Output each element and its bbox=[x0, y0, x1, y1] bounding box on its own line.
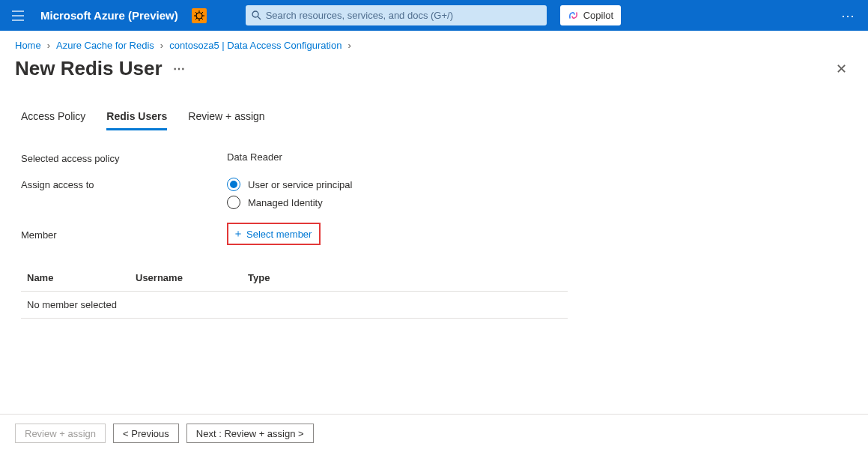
title-more-icon[interactable]: ⋯ bbox=[173, 61, 185, 76]
radio-managed-identity[interactable]: Managed Identity bbox=[227, 196, 352, 209]
col-username: Username bbox=[130, 265, 242, 292]
svg-line-10 bbox=[201, 12, 203, 13]
col-name: Name bbox=[21, 265, 130, 292]
selected-policy-label: Selected access policy bbox=[21, 151, 227, 164]
breadcrumb-item-resource[interactable]: contosoza5 | Data Access Configuration bbox=[169, 40, 342, 51]
empty-row-text: No member selected bbox=[21, 292, 568, 319]
radio-user-principal[interactable]: User or service principal bbox=[227, 178, 352, 191]
page-title: New Redis User bbox=[15, 57, 163, 80]
title-row: New Redis User ⋯ ✕ bbox=[0, 54, 868, 83]
previous-button[interactable]: < Previous bbox=[113, 424, 179, 443]
chevron-right-icon: › bbox=[347, 40, 350, 51]
selected-policy-value: Data Reader bbox=[227, 151, 282, 163]
copilot-icon bbox=[568, 10, 579, 21]
copilot-label: Copilot bbox=[583, 10, 613, 21]
tabs: Access Policy Redis Users Review + assig… bbox=[0, 83, 868, 130]
more-icon[interactable]: ⋯ bbox=[841, 9, 856, 22]
command-bar: Review + assign < Previous Next : Review… bbox=[0, 414, 868, 452]
preview-bug-icon[interactable] bbox=[192, 8, 207, 23]
copilot-button[interactable]: Copilot bbox=[560, 5, 621, 25]
breadcrumb: Home › Azure Cache for Redis › contosoza… bbox=[0, 31, 868, 54]
svg-point-12 bbox=[252, 11, 258, 17]
assign-access-label: Assign access to bbox=[21, 178, 227, 190]
tab-review-assign[interactable]: Review + assign bbox=[188, 110, 264, 130]
next-button[interactable]: Next : Review + assign > bbox=[186, 424, 314, 443]
review-assign-button[interactable]: Review + assign bbox=[15, 424, 106, 443]
search-box[interactable] bbox=[246, 5, 547, 25]
chevron-right-icon: › bbox=[160, 40, 163, 51]
member-label: Member bbox=[21, 228, 227, 241]
select-member-link[interactable]: ＋ Select member bbox=[227, 223, 321, 245]
plus-icon: ＋ bbox=[233, 227, 243, 241]
radio-icon bbox=[227, 178, 240, 191]
menu-icon[interactable] bbox=[6, 4, 30, 28]
search-input[interactable] bbox=[266, 10, 541, 21]
svg-point-3 bbox=[196, 13, 202, 19]
select-member-text: Select member bbox=[246, 229, 312, 240]
breadcrumb-item-home[interactable]: Home bbox=[15, 40, 41, 51]
svg-line-11 bbox=[195, 18, 197, 19]
azure-brand[interactable]: Microsoft Azure (Preview) bbox=[36, 9, 183, 22]
close-icon[interactable]: ✕ bbox=[836, 61, 847, 77]
top-bar: Microsoft Azure (Preview) Copilot ⋯ bbox=[0, 0, 868, 31]
search-icon bbox=[252, 10, 261, 20]
col-type: Type bbox=[242, 265, 568, 292]
top-right: ⋯ bbox=[841, 9, 862, 22]
radio-icon bbox=[227, 196, 240, 209]
svg-line-8 bbox=[195, 12, 197, 13]
tab-access-policy[interactable]: Access Policy bbox=[21, 110, 85, 130]
form-area: Selected access policy Data Reader Assig… bbox=[0, 130, 569, 245]
radio-user-label: User or service principal bbox=[248, 179, 352, 190]
tab-redis-users[interactable]: Redis Users bbox=[106, 110, 167, 130]
svg-line-9 bbox=[201, 18, 203, 19]
chevron-right-icon: › bbox=[47, 40, 50, 51]
table-row: No member selected bbox=[21, 292, 568, 319]
radio-mi-label: Managed Identity bbox=[248, 197, 323, 208]
members-table: Name Username Type No member selected bbox=[21, 265, 568, 319]
breadcrumb-item-cache[interactable]: Azure Cache for Redis bbox=[56, 40, 154, 51]
svg-line-13 bbox=[258, 16, 261, 19]
